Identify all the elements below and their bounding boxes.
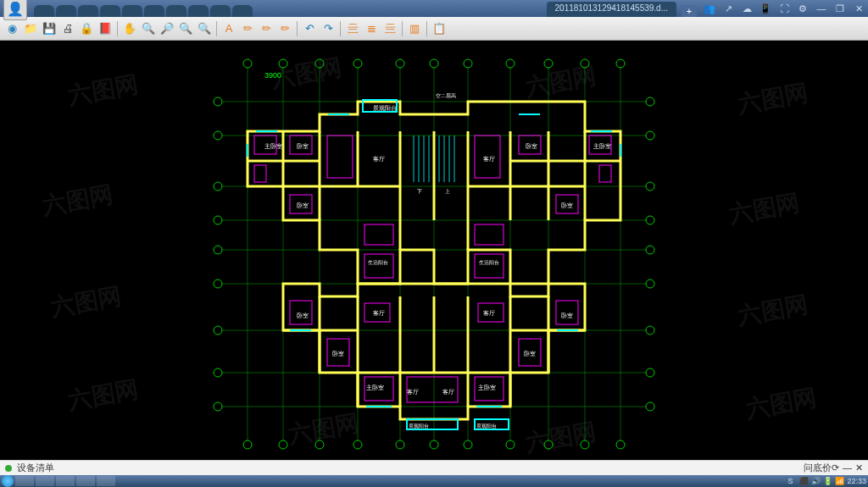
battery-icon[interactable]: 🔋: [823, 477, 832, 485]
tray-icon[interactable]: ⬛: [799, 477, 808, 485]
print-icon[interactable]: 🖨: [59, 20, 76, 37]
zoom-in-icon[interactable]: 🔍: [140, 20, 157, 37]
svg-point-40: [581, 440, 589, 449]
pencil-icon[interactable]: ✏: [239, 20, 256, 37]
svg-point-41: [616, 440, 625, 449]
tab-handle[interactable]: [78, 5, 98, 17]
tab-handle[interactable]: [144, 5, 164, 17]
minimize-icon[interactable]: —: [815, 3, 827, 14]
close-panel-icon[interactable]: ✕: [855, 462, 863, 473]
taskbar-item[interactable]: [76, 476, 95, 486]
svg-text:卧室: 卧室: [561, 313, 573, 318]
svg-text:生活阳台: 生活阳台: [368, 260, 388, 265]
tray-icon[interactable]: S: [787, 477, 796, 485]
svg-text:卧室: 卧室: [297, 313, 309, 318]
watermark: 六图网: [65, 374, 141, 418]
svg-point-39: [544, 440, 553, 449]
layers3-icon[interactable]: 亖: [381, 20, 398, 37]
taskbar-item[interactable]: [97, 476, 115, 486]
svg-point-42: [214, 97, 222, 106]
svg-point-31: [243, 440, 252, 449]
main-toolbar: ◉ 📁 💾 🖨 🔒 📕 ✋ 🔍 🔎 🔍 🔍 A ✏ ✏ ✏ ↶ ↷ 亖 ≣ 亖 …: [0, 17, 868, 41]
svg-text:上: 上: [445, 189, 450, 194]
svg-point-56: [646, 279, 654, 288]
grid-icon[interactable]: ▥: [406, 20, 423, 37]
svg-point-26: [464, 59, 472, 68]
volume-icon[interactable]: 🔊: [811, 477, 820, 485]
taskbar-item[interactable]: [36, 476, 54, 486]
svg-point-45: [214, 216, 222, 224]
zoom-window-icon[interactable]: 🔍: [177, 20, 194, 37]
svg-text:空二层高: 空二层高: [436, 92, 456, 98]
settings-icon[interactable]: ⚙: [797, 3, 809, 14]
tab-handle[interactable]: [56, 5, 76, 17]
svg-point-36: [430, 440, 438, 449]
highlight-icon[interactable]: ✏: [258, 20, 275, 37]
svg-text:客厅: 客厅: [483, 156, 495, 162]
cloud-icon[interactable]: ☁: [741, 3, 753, 14]
tab-handle[interactable]: [122, 5, 142, 17]
save-icon[interactable]: 💾: [41, 20, 58, 37]
tab-handle[interactable]: [210, 5, 231, 17]
svg-point-32: [279, 440, 287, 449]
text-icon[interactable]: A: [220, 20, 237, 37]
svg-point-30: [616, 59, 625, 68]
open-icon[interactable]: 📁: [22, 20, 39, 37]
mobile-icon[interactable]: 📱: [760, 3, 771, 14]
tab-handle[interactable]: [34, 5, 54, 17]
active-document-tab[interactable]: 201181013129418145539.d...: [547, 2, 676, 17]
watermark: 六图网: [726, 187, 802, 231]
zoom-out-icon[interactable]: 🔎: [159, 20, 175, 37]
layers2-icon[interactable]: ≣: [363, 20, 380, 37]
pan-icon[interactable]: ✋: [121, 20, 138, 37]
svg-point-23: [353, 59, 362, 68]
clock[interactable]: 22:33: [847, 477, 866, 485]
start-button[interactable]: [2, 475, 14, 487]
svg-point-22: [315, 59, 324, 68]
drawing-canvas[interactable]: 六图网 六图网 六图网 六图网 六图网 六图网 六图网 六图网 六图网 六图网 …: [0, 41, 868, 467]
tab-handle[interactable]: [166, 5, 186, 17]
dimension-label: 3900: [264, 71, 281, 80]
add-tab-button[interactable]: +: [682, 5, 697, 17]
export-icon[interactable]: ↗: [722, 3, 734, 14]
close-icon[interactable]: ✕: [853, 3, 865, 14]
layers-icon[interactable]: 亖: [344, 20, 361, 37]
taskbar-item[interactable]: [15, 476, 34, 486]
pdf-icon[interactable]: 📕: [97, 20, 114, 37]
svg-point-43: [214, 131, 222, 140]
zoom-extents-icon[interactable]: 🔍: [196, 20, 213, 37]
marker-icon[interactable]: ✏: [276, 20, 293, 37]
lock-icon[interactable]: 🔒: [78, 20, 95, 37]
svg-text:主卧室: 主卧室: [593, 143, 611, 149]
taskbar-item[interactable]: [56, 476, 75, 486]
refresh-icon[interactable]: ⟳: [832, 462, 839, 473]
floorplan-drawing: 3900: [137, 51, 731, 457]
svg-point-37: [464, 440, 472, 449]
network-icon[interactable]: 📶: [835, 477, 843, 485]
tab-handle[interactable]: [232, 5, 253, 17]
fullscreen-icon[interactable]: ⛶: [778, 3, 790, 14]
svg-point-54: [646, 216, 654, 224]
svg-text:景观阳台: 景观阳台: [373, 105, 397, 111]
maximize-icon[interactable]: ❐: [834, 3, 846, 14]
svg-point-47: [214, 279, 222, 288]
properties-icon[interactable]: 📋: [431, 20, 448, 37]
compass-icon[interactable]: ◉: [3, 20, 20, 37]
svg-rect-102: [327, 136, 353, 178]
redo-icon[interactable]: ↷: [320, 20, 337, 37]
svg-point-35: [396, 440, 404, 449]
user-avatar[interactable]: 👤: [3, 0, 27, 20]
status-right-label[interactable]: 问底价: [804, 462, 832, 474]
svg-text:卧室: 卧室: [526, 143, 537, 149]
svg-point-24: [396, 59, 404, 68]
watermark: 六图网: [40, 179, 115, 223]
share-icon[interactable]: 👥: [704, 3, 715, 14]
tab-handle[interactable]: [188, 5, 209, 17]
statusbar: 设备清单 问底价 ⟳ — ✕: [0, 460, 868, 475]
undo-icon[interactable]: ↶: [301, 20, 318, 37]
svg-text:客厅: 客厅: [407, 389, 419, 395]
svg-point-34: [353, 440, 362, 449]
minimize-panel-icon[interactable]: —: [843, 462, 852, 473]
watermark: 六图网: [48, 280, 124, 324]
tab-handle[interactable]: [100, 5, 120, 17]
